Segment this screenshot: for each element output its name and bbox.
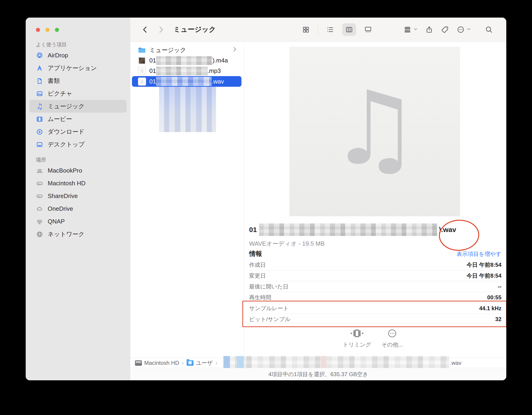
path-item-macintosh-hd[interactable]: Macintosh HD (144, 360, 179, 366)
redacted-file-name (156, 56, 212, 65)
file-extension: .mp3 (208, 67, 221, 74)
info-row-sample-rate: サンプルレート 44.1 kHz (249, 303, 502, 314)
file-row-m4a[interactable]: 01 ).m4a (130, 55, 244, 66)
close-button[interactable] (36, 28, 40, 32)
minimize-button[interactable] (45, 28, 49, 32)
gallery-view-button[interactable] (361, 23, 375, 36)
hdd-icon (35, 192, 44, 200)
file-row-mp3[interactable]: ♫ 01 .mp3 (130, 66, 244, 76)
info-row-modified: 変更日 今日 午前8:54 (249, 270, 502, 281)
sidebar-item-applications[interactable]: アプリケーション (29, 62, 127, 74)
sidebar: よく使う項目 AirDrop アプリケーション 書類 (26, 18, 130, 380)
user-folder-icon (187, 360, 194, 366)
redacted-path-segment (223, 356, 449, 368)
file-row-wav-selected[interactable]: ♫ 01 .wav (132, 76, 241, 87)
sidebar-section-places: 場所 (26, 156, 130, 164)
sidebar-item-documents[interactable]: 書類 (29, 74, 127, 87)
info-label: 変更日 (249, 272, 266, 279)
folder-name: ミュージック (149, 46, 186, 54)
file-name-prefix: 01 (149, 57, 156, 64)
sidebar-item-macintosh-hd[interactable]: Macintosh HD (29, 177, 127, 190)
desktop-icon (35, 140, 44, 149)
share-button[interactable] (425, 26, 433, 34)
folder-row-music[interactable]: ミュージック (130, 45, 244, 55)
column-view-button[interactable] (342, 23, 356, 36)
sidebar-item-label: ShareDrive (48, 193, 78, 200)
audio-file-icon: ♫ (138, 77, 146, 86)
airdrop-icon (35, 51, 44, 60)
info-value: 00:55 (487, 294, 502, 301)
finder-window: よく使う項目 AirDrop アプリケーション 書類 (26, 18, 506, 380)
sidebar-item-sharedrive[interactable]: ShareDrive (29, 190, 127, 203)
sidebar-item-label: デスクトップ (48, 140, 85, 148)
status-bar: 4項目中の1項目を選択、635.37 GB空き (130, 368, 506, 380)
file-extension: ).m4a (212, 57, 228, 64)
path-item-users[interactable]: ユーザ (196, 359, 213, 367)
more-circle-icon (374, 328, 411, 339)
sidebar-item-label: MacBookPro (48, 167, 82, 174)
forward-button[interactable] (158, 26, 165, 34)
zoom-button[interactable] (55, 28, 59, 32)
more-actions-control[interactable] (457, 26, 471, 34)
chevron-right-icon: › (216, 360, 217, 366)
info-label: サンプルレート (249, 305, 289, 312)
display-icon (35, 217, 44, 226)
search-button[interactable] (485, 26, 493, 34)
download-circle-icon (35, 128, 44, 136)
sidebar-item-label: ピクチャ (48, 90, 72, 98)
laptop-icon (35, 166, 44, 175)
path-file-extension: .wav (450, 360, 461, 366)
sidebar-item-macbookpro[interactable]: MacBookPro (29, 164, 127, 177)
info-row-created: 作成日 今日 午前8:54 (249, 259, 502, 270)
sidebar-item-label: ミュージック (48, 102, 85, 110)
toolbar-divider (318, 24, 318, 35)
info-table: 作成日 今日 午前8:54 変更日 今日 午前8:54 最後に開いた日 -- 再… (249, 259, 502, 324)
back-button[interactable] (142, 26, 148, 34)
sidebar-item-network[interactable]: ネットワーク (29, 228, 127, 240)
file-list-column: ミュージック 01 ).m4a ♫ 01 (130, 42, 244, 357)
film-icon (35, 115, 44, 123)
sidebar-item-desktop[interactable]: デスクトップ (29, 138, 127, 151)
more-action[interactable]: その他... (374, 328, 411, 348)
sidebar-item-label: ムービー (48, 115, 72, 123)
redacted-file-name (156, 77, 212, 86)
path-bar: Macintosh HD › ユーザ › .wav (130, 357, 506, 368)
hdd-icon (35, 179, 44, 188)
sidebar-item-label: AirDrop (48, 52, 68, 59)
info-row-bits-per-sample: ビット/サンプル 32 (249, 314, 502, 324)
sidebar-item-music[interactable]: ♫ ミュージック (29, 100, 127, 113)
sidebar-item-label: OneDrive (48, 205, 73, 212)
more-label: その他... (374, 341, 411, 348)
group-by-control[interactable] (404, 26, 418, 34)
info-value: 44.1 kHz (479, 305, 502, 312)
grid-view-button[interactable] (299, 23, 313, 36)
sidebar-item-movies[interactable]: ムービー (29, 113, 127, 125)
applications-icon (35, 64, 44, 72)
sidebar-item-downloads[interactable]: ダウンロード (29, 125, 127, 138)
sidebar-item-qnap[interactable]: QNAP (29, 215, 127, 228)
list-view-button[interactable] (323, 23, 337, 36)
sidebar-item-airdrop[interactable]: AirDrop (29, 49, 127, 62)
info-row-duration: 再生時間 00:55 (249, 292, 502, 303)
show-more-link[interactable]: 表示項目を増やす (456, 250, 502, 258)
info-label: 再生時間 (249, 294, 271, 301)
window-title: ミュージック (173, 25, 216, 34)
sidebar-item-pictures[interactable]: ピクチャ (29, 87, 127, 100)
chevron-down-icon (414, 27, 418, 32)
sidebar-item-label: ダウンロード (48, 128, 85, 136)
status-text: 4項目中の1項目を選択、635.37 GB空き (268, 371, 368, 378)
ellipsis-circle-icon (457, 26, 465, 34)
content-area: ミュージック 01 ).m4a ♫ 01 (130, 42, 506, 357)
picture-icon (35, 90, 44, 98)
file-name-prefix: 01 (149, 78, 156, 85)
sidebar-item-label: Macintosh HD (48, 180, 86, 187)
redacted-file-name (156, 67, 208, 75)
sidebar-item-onedrive[interactable]: OneDrive (29, 203, 127, 215)
trim-action[interactable]: トリミング (338, 328, 376, 348)
music-note-icon: ♫ (35, 102, 44, 111)
globe-icon (35, 230, 44, 239)
sidebar-section-favorites: よく使う項目 (26, 40, 130, 49)
info-value: 32 (495, 316, 502, 323)
hdd-icon (135, 360, 142, 366)
tag-button[interactable] (441, 26, 449, 34)
